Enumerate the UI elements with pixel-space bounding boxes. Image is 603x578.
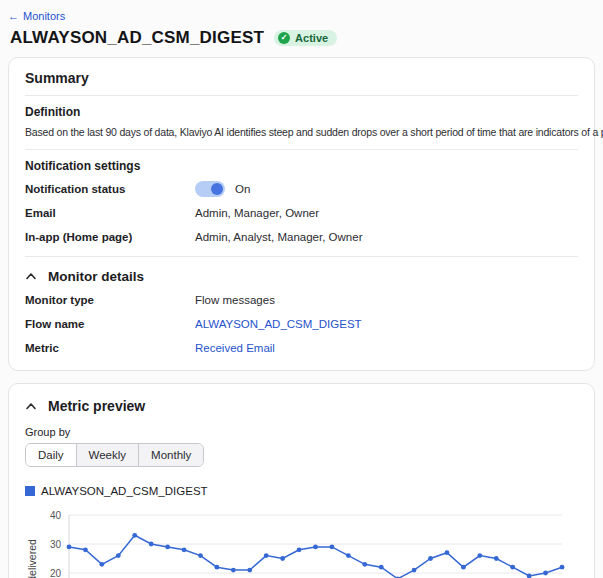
toggle-knob	[211, 183, 223, 195]
metric-link[interactable]: Received Email	[195, 342, 275, 354]
in-app-value: Admin, Analyst, Manager, Owner	[195, 231, 362, 243]
monitor-details-section: Monitor details Monitor type Flow messag…	[25, 269, 578, 356]
metric-row: Metric Received Email	[25, 340, 578, 356]
monitor-type-label: Monitor type	[25, 294, 195, 306]
monitor-details-heading: Monitor details	[48, 269, 144, 284]
legend-item[interactable]: ALWAYSON_AD_CSM_DIGEST	[25, 485, 578, 497]
definition-heading: Definition	[25, 105, 578, 119]
legend-label: ALWAYSON_AD_CSM_DIGEST	[41, 485, 208, 497]
legend-swatch	[25, 486, 35, 496]
definition-section: Definition Based on the last 90 days of …	[25, 96, 578, 150]
page-title: ALWAYSON_AD_CSM_DIGEST	[10, 28, 264, 48]
svg-text:30: 30	[50, 538, 62, 549]
metric-preview-heading: Metric preview	[48, 398, 145, 414]
notification-status-toggle[interactable]	[195, 181, 225, 197]
svg-text:20: 20	[50, 567, 62, 578]
chevron-up-icon	[25, 272, 37, 280]
chevron-up-icon	[25, 402, 37, 410]
back-to-monitors-link[interactable]: ← Monitors	[8, 10, 65, 22]
svg-text:40: 40	[50, 509, 62, 520]
email-value: Admin, Manager, Owner	[195, 207, 319, 219]
segmented-option-daily[interactable]: Daily	[26, 444, 77, 466]
notification-status-row: Notification status On	[25, 181, 578, 197]
delivered-line-chart: 010203040Oct 29Nov 01Nov 04Nov 07Nov 10N…	[25, 505, 578, 578]
notification-settings-heading: Notification settings	[25, 159, 578, 173]
summary-card: Summary Definition Based on the last 90 …	[8, 57, 595, 371]
email-row: Email Admin, Manager, Owner	[25, 205, 578, 221]
status-badge-label: Active	[295, 32, 328, 44]
monitor-details-collapse-header[interactable]: Monitor details	[25, 269, 578, 284]
metric-preview-collapse-header[interactable]: Metric preview	[25, 398, 578, 414]
group-by-segmented-control: Daily Weekly Monthly	[25, 443, 204, 467]
back-arrow-icon: ←	[8, 10, 19, 22]
active-check-icon: ✓	[278, 32, 290, 44]
notification-status-label: Notification status	[25, 183, 195, 195]
group-by-label: Group by	[25, 426, 578, 438]
metric-preview-card: Metric preview Group by Daily Weekly Mon…	[8, 383, 595, 578]
definition-text: Based on the last 90 days of data, Klavi…	[25, 125, 578, 140]
flow-name-link[interactable]: ALWAYSON_AD_CSM_DIGEST	[195, 318, 362, 330]
notification-status-value: On	[235, 183, 250, 195]
monitor-type-row: Monitor type Flow messages	[25, 292, 578, 308]
segmented-option-weekly[interactable]: Weekly	[77, 444, 140, 466]
monitor-detail-page: ← Monitors ALWAYSON_AD_CSM_DIGEST ✓ Acti…	[0, 0, 603, 578]
flow-name-row: Flow name ALWAYSON_AD_CSM_DIGEST	[25, 316, 578, 332]
notification-settings-section: Notification settings Notification statu…	[25, 150, 578, 257]
summary-card-title: Summary	[25, 70, 578, 96]
svg-text:Total delivered: Total delivered	[26, 539, 38, 578]
in-app-row: In-app (Home page) Admin, Analyst, Manag…	[25, 229, 578, 245]
back-link-label: Monitors	[23, 10, 65, 22]
monitor-type-value: Flow messages	[195, 294, 275, 306]
segmented-option-monthly[interactable]: Monthly	[139, 444, 203, 466]
title-row: ALWAYSON_AD_CSM_DIGEST ✓ Active	[10, 28, 593, 48]
email-label: Email	[25, 207, 195, 219]
flow-name-label: Flow name	[25, 318, 195, 330]
status-badge: ✓ Active	[274, 30, 337, 46]
in-app-label: In-app (Home page)	[25, 231, 195, 243]
metric-label: Metric	[25, 342, 195, 354]
